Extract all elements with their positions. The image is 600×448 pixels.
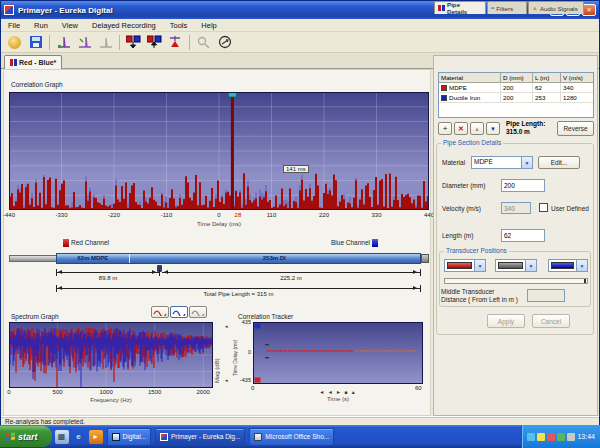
task-digital[interactable]: Digital... — [107, 428, 151, 446]
tab-pipe-details[interactable]: Pipe Details — [434, 1, 486, 14]
tracker-plot[interactable] — [253, 322, 423, 384]
arrow-right-icon — [152, 270, 156, 274]
reverse-button[interactable]: Reverse — [557, 121, 594, 136]
zoom-button[interactable] — [194, 34, 213, 51]
dropdown-arrow-icon[interactable]: ▼ — [521, 157, 532, 168]
task-primayer[interactable]: Primayer - Eureka Dig... — [155, 428, 245, 446]
navigate-button[interactable] — [215, 34, 234, 51]
cancel-button[interactable]: Cancel — [532, 314, 570, 328]
arrow-right-icon — [413, 270, 417, 274]
internet-explorer-icon[interactable]: e — [72, 430, 86, 444]
dim-tick — [420, 269, 421, 276]
save-button[interactable] — [26, 34, 45, 51]
tray-scheduler-icon[interactable] — [557, 433, 565, 441]
arrow-right-icon — [413, 286, 417, 290]
menu-file[interactable]: File — [1, 20, 27, 31]
middle-transducer-dropdown[interactable]: ▼ — [495, 259, 537, 272]
pipe-bar[interactable]: 62m MDPE 253m DI — [56, 253, 421, 264]
delete-section-button[interactable]: ✕ — [454, 122, 468, 135]
arrow-left-icon — [58, 270, 62, 274]
download-red-blue-button[interactable] — [124, 34, 143, 51]
navigate-icon — [218, 35, 232, 49]
x-tick: 0 — [7, 389, 10, 395]
dropdown-arrow-icon[interactable]: ▼ — [525, 260, 536, 271]
materials-table[interactable]: Material D (mm) L (m) V (m/s) MDPE 200 6… — [438, 72, 594, 118]
menu-view[interactable]: View — [55, 20, 85, 31]
middle-distance-input[interactable] — [527, 289, 565, 302]
red-wave-icon — [153, 308, 167, 316]
gray-wave-icon — [191, 308, 205, 316]
blue-wave-icon — [172, 308, 186, 316]
magnifier-disabled-icon — [197, 36, 210, 49]
transducer-position-slider[interactable] — [444, 278, 588, 284]
diameter-input[interactable] — [501, 179, 545, 192]
pipe-segment-mdpe: 62m MDPE — [57, 254, 129, 263]
red-swatch-icon — [447, 262, 472, 269]
correlation-view-button[interactable] — [54, 34, 73, 51]
arrow-left-icon — [58, 286, 62, 290]
upload-red-blue-button[interactable] — [145, 34, 164, 51]
correlation-run-button[interactable] — [75, 34, 94, 51]
open-button[interactable] — [5, 34, 24, 51]
table-row[interactable]: Ductile Iron 200 253 1280 — [439, 93, 593, 103]
arrow-left-icon — [164, 270, 168, 274]
correlation-x-axis: -440 -330 -220 -110 0 28 110 220 330 440 — [9, 212, 429, 220]
desktop: Primayer - Eureka Digital _ □ ✕ File Run… — [0, 0, 600, 448]
menu-delayed-recording[interactable]: Delayed Recording — [85, 20, 163, 31]
user-defined-checkbox[interactable] — [539, 203, 548, 212]
delete-icon: ✕ — [458, 125, 464, 133]
menu-help[interactable]: Help — [194, 20, 223, 31]
spectrum-both-toggle[interactable] — [189, 306, 207, 318]
add-section-button[interactable]: + — [438, 122, 452, 135]
start-button[interactable]: start — [0, 426, 52, 447]
analyze-button[interactable] — [166, 34, 185, 51]
task-icon — [112, 433, 120, 441]
media-player-icon[interactable]: ▸ — [89, 430, 103, 444]
tray-antivirus-icon[interactable] — [547, 433, 555, 441]
tracker-transport-controls[interactable]: ◄ ◄ ► ■ ▲ — [253, 389, 423, 395]
system-tray: 13:44 — [521, 425, 600, 448]
menu-run[interactable]: Run — [27, 20, 55, 31]
dropdown-arrow-icon[interactable]: ▼ — [474, 260, 485, 271]
pipe-end-cap — [421, 254, 429, 263]
taskbar-clock[interactable]: 13:44 — [577, 433, 595, 440]
spectrum-plot[interactable] — [9, 322, 213, 388]
tray-safely-remove-icon[interactable] — [567, 433, 575, 441]
tracker-x-label: Time (s) — [253, 396, 423, 402]
tray-network-icon[interactable] — [527, 433, 535, 441]
pipe-section-details-title: Pipe Section Details — [441, 139, 503, 146]
task-office[interactable]: Microsoft Office Sho... — [249, 428, 334, 446]
tab-audio-signals[interactable]: ▲ Audio Signals — [528, 1, 584, 14]
tab-red-blue[interactable]: Red - Blue* — [4, 55, 62, 69]
spectrum-x-axis: 0 500 1000 1500 2000 — [9, 389, 213, 397]
spectrum-red-toggle[interactable] — [151, 306, 169, 318]
x-tick: -220 — [108, 212, 120, 218]
menu-tools[interactable]: Tools — [163, 20, 195, 31]
tracker-ymax: 435 — [235, 319, 251, 325]
material-dropdown[interactable]: MDPE ▼ — [471, 156, 533, 169]
move-down-button[interactable]: ▼ — [486, 122, 500, 135]
spectrum-blue-toggle[interactable] — [170, 306, 188, 318]
total-dim-line — [57, 288, 420, 289]
add-icon: + — [443, 124, 448, 133]
tray-volume-icon[interactable] — [537, 433, 545, 441]
table-row[interactable]: MDPE 200 62 340 — [439, 83, 593, 93]
tracker-y-label: Time Delay (ms) — [232, 336, 238, 376]
edit-material-button[interactable]: Edit... — [538, 156, 580, 169]
slider-thumb[interactable] — [584, 279, 586, 283]
tab-filters[interactable]: ≈ Filters — [487, 1, 527, 14]
cursor-readout: 28 — [235, 212, 242, 218]
close-button[interactable]: ✕ — [582, 4, 596, 16]
length-input[interactable] — [501, 229, 545, 242]
apply-button[interactable]: Apply — [487, 314, 525, 328]
dropdown-arrow-icon[interactable]: ▼ — [576, 260, 587, 271]
red-transducer-dropdown[interactable]: ▼ — [444, 259, 486, 272]
x-tick: -330 — [55, 212, 67, 218]
show-desktop-icon[interactable]: ▦ — [55, 430, 69, 444]
correlation-plot[interactable] — [9, 92, 429, 210]
move-up-button[interactable]: ▲ — [470, 122, 484, 135]
spectrum-graph-title: Spectrum Graph — [11, 313, 59, 320]
correlation-disabled-button[interactable] — [96, 34, 115, 51]
blue-transducer-dropdown[interactable]: ▼ — [548, 259, 588, 272]
velocity-input[interactable] — [501, 202, 531, 214]
